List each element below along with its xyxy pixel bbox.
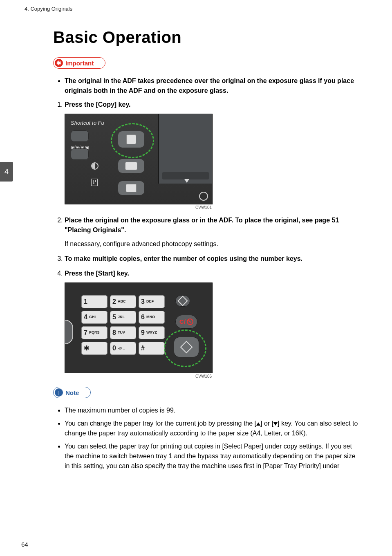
fig2-keypad: 1 2ABC 3DEF 4GHI 5JKL 6MNO 7PQRS 8TUV 9W…: [81, 295, 165, 355]
callout-important: ✱ Important: [53, 57, 105, 69]
up-arrow-icon: [256, 422, 260, 426]
stop-button: [175, 295, 190, 307]
important-bullet-list: The original in the ADF takes precedence…: [53, 76, 359, 96]
fig2-highlight-circle: [164, 330, 206, 367]
step-1-text: Press the [Copy] key.: [65, 100, 359, 110]
id-copy-button: [118, 159, 144, 173]
keypad-key-9: 9WXYZ: [139, 326, 165, 339]
figure-2-caption: CVW106: [65, 373, 212, 379]
keypad-key-star: ✱: [81, 342, 108, 355]
note-bullet-2: You can change the paper tray for the cu…: [65, 419, 359, 438]
steps-list: Press the [Copy] key. Shortcut to Fu ▣/▣…: [53, 100, 359, 379]
fig1-shortcut-button: [71, 130, 89, 142]
figure-1: Shortcut to Fu ▣/▣/▣ ▣ P: [65, 114, 359, 211]
fig1-lcd-screen: [158, 114, 212, 184]
note-icon: ↓: [55, 388, 63, 397]
keypad-key-6: 6MNO: [139, 311, 165, 324]
note-bullet-1: The maximum number of copies is 99.: [65, 406, 359, 415]
important-bullet: The original in the ADF takes precedence…: [65, 76, 359, 96]
keypad-key-hash: #: [139, 342, 165, 355]
page-title: Basic Operation: [53, 28, 359, 47]
step-1: Press the [Copy] key. Shortcut to Fu ▣/▣…: [65, 100, 359, 211]
step-2: Place the original on the exposure glass…: [65, 215, 359, 249]
running-head: 4. Copying Originals: [25, 6, 367, 12]
callout-important-label: Important: [65, 60, 94, 67]
callout-note: ↓ Note: [53, 387, 91, 398]
reset-icon: [199, 192, 208, 201]
step-4-text: Press the [Start] key.: [65, 269, 359, 278]
callout-note-label: Note: [65, 389, 79, 396]
keypad-key-8: 8TUV: [110, 326, 136, 339]
note-bullet-3: You can select the paper tray for printi…: [65, 442, 359, 471]
keypad-key-4: 4GHI: [81, 311, 108, 324]
down-arrow-icon: [273, 422, 278, 426]
keypad-key-0: 0-@._: [110, 342, 136, 355]
contrast-icon: [91, 162, 99, 170]
fax-button: [118, 181, 144, 195]
keypad-key-7: 7PQRS: [81, 326, 108, 339]
fig1-side-button-2: [71, 148, 89, 160]
chapter-tab: 4: [0, 162, 13, 182]
keypad-key-2: 2ABC: [110, 295, 136, 308]
step-4: Press the [Start] key. 1 2ABC 3DEF 4GHI …: [65, 269, 359, 379]
important-icon: ✱: [55, 59, 63, 67]
step-2-subtext: If necessary, configure advanced photoco…: [65, 239, 359, 249]
figure-2: 1 2ABC 3DEF 4GHI 5JKL 6MNO 7PQRS 8TUV 9W…: [65, 282, 359, 379]
fig1-highlight-circle: [111, 123, 154, 158]
page-number: 64: [21, 541, 28, 548]
clear-button: C/: [175, 315, 197, 329]
fig1-shortcut-label: Shortcut to Fu: [71, 119, 104, 127]
step-2-text: Place the original on the exposure glass…: [65, 215, 359, 235]
fig2-left-arc: [65, 320, 73, 344]
note-bullet-list: The maximum number of copies is 99. You …: [53, 406, 359, 471]
chevron-down-icon: [184, 179, 189, 183]
keypad-key-1: 1: [81, 295, 108, 308]
keypad-key-3: 3DEF: [139, 295, 165, 308]
step-3-text: To make multiple copies, enter the numbe…: [65, 254, 359, 264]
figure-1-caption: CVW101: [65, 204, 212, 211]
p-icon: P: [91, 179, 98, 186]
keypad-key-5: 5JKL: [110, 311, 136, 324]
step-3: To make multiple copies, enter the numbe…: [65, 254, 359, 264]
